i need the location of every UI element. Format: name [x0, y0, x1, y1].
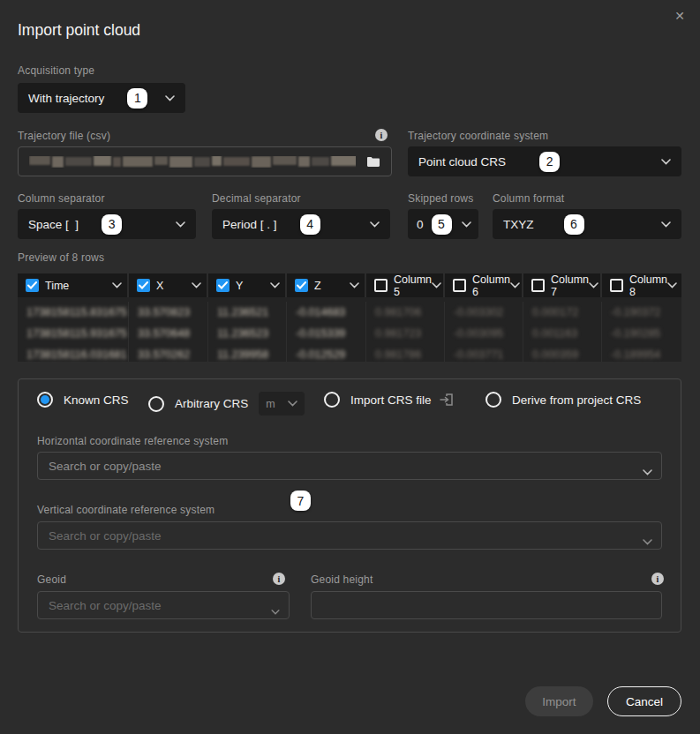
- preview-column-header[interactable]: Column 5: [366, 273, 445, 297]
- dialog-title: Import point cloud: [18, 21, 140, 40]
- preview-column-name: Column 8: [629, 273, 667, 298]
- crs-mode-radio-known-crs[interactable]: Known CRS: [37, 392, 129, 408]
- crs-mode-radio-group: Known CRSArbitrary CRSmImport CRS fileDe…: [18, 392, 681, 409]
- redacted-block: [29, 156, 50, 166]
- column-separator-select[interactable]: Space [ ] 3: [18, 209, 196, 239]
- close-icon[interactable]: ✕: [669, 5, 690, 26]
- column-format-select[interactable]: TXYZ 6: [493, 209, 681, 239]
- preview-column-name: Column 6: [472, 273, 510, 298]
- acquisition-type-label: Acquisition type: [18, 64, 94, 77]
- folder-icon[interactable]: [366, 156, 380, 168]
- skipped-rows-value: 0: [417, 218, 424, 231]
- preview-cell: -0.003095: [445, 323, 523, 344]
- preview-cell: 0.000172: [523, 302, 601, 323]
- preview-cell: -0.190372: [602, 302, 681, 323]
- chevron-down-icon[interactable]: [643, 463, 652, 479]
- trajectory-crs-value: Point cloud CRS: [418, 155, 506, 169]
- unchecked-checkbox-icon[interactable]: [453, 279, 466, 292]
- redacted-block: [154, 156, 168, 165]
- skipped-rows-select[interactable]: 0 5: [408, 209, 478, 239]
- trajectory-file-input[interactable]: [18, 146, 392, 176]
- crs-mode-label: Import CRS file: [350, 393, 432, 407]
- trajectory-crs-select[interactable]: Point cloud CRS 2: [408, 146, 681, 176]
- radio-unselected-icon[interactable]: [485, 392, 501, 408]
- redacted-block: [331, 156, 356, 167]
- info-icon[interactable]: i: [651, 573, 664, 585]
- horizontal-crs-input[interactable]: [37, 452, 662, 480]
- preview-column-header[interactable]: Y: [208, 273, 287, 297]
- preview-column-header[interactable]: Time: [18, 273, 129, 297]
- redacted-block: [194, 157, 210, 167]
- chevron-down-icon[interactable]: [589, 282, 598, 288]
- decimal-separator-select[interactable]: Period [ . ] 4: [212, 209, 390, 239]
- crs-mode-radio-derive-from-project-crs[interactable]: Derive from project CRS: [485, 392, 641, 408]
- preview-cell: 11.239958: [208, 344, 286, 365]
- geoid-input[interactable]: [37, 591, 290, 619]
- horizontal-crs-label: Horizontal coordinate reference system: [37, 435, 228, 447]
- unchecked-checkbox-icon[interactable]: [610, 279, 623, 292]
- preview-cell: -0.003302: [445, 302, 523, 323]
- cancel-button[interactable]: Cancel: [607, 686, 681, 716]
- preview-column-header[interactable]: Z: [287, 273, 366, 297]
- chevron-down-icon[interactable]: [667, 282, 677, 288]
- radio-selected-icon[interactable]: [37, 392, 53, 408]
- checked-checkbox-icon[interactable]: [216, 279, 230, 292]
- step-badge-5: 5: [432, 214, 452, 235]
- info-icon[interactable]: i: [375, 129, 388, 141]
- crs-mode-radio-import-crs-file[interactable]: Import CRS file: [324, 392, 454, 408]
- acquisition-type-select[interactable]: With trajectory 1: [18, 83, 185, 113]
- preview-column-name: Column 5: [394, 273, 432, 298]
- step-badge-1: 1: [127, 88, 147, 109]
- preview-column: 1738158115.8316751738158115.931675173815…: [18, 302, 129, 362]
- radio-unselected-icon[interactable]: [324, 392, 340, 408]
- preview-column: 33.57082333.57064833.570262: [129, 302, 208, 362]
- preview-cell: 11.236523: [208, 323, 286, 344]
- chevron-down-icon[interactable]: [432, 282, 441, 288]
- preview-column-header[interactable]: Column 6: [445, 273, 523, 297]
- chevron-down-icon[interactable]: [350, 282, 359, 288]
- preview-cell: 0.981706: [366, 302, 444, 323]
- crs-mode-radio-arbitrary-crs[interactable]: Arbitrary CRSm: [148, 392, 305, 416]
- chevron-down-icon[interactable]: [643, 533, 652, 549]
- preview-cell: 1738158115.831675: [18, 302, 128, 323]
- preview-column: -0.190372-0.190285-0.189954: [602, 302, 681, 362]
- redacted-block: [113, 157, 121, 167]
- chevron-down-icon[interactable]: [510, 282, 520, 288]
- preview-cell: 1738158116.031681: [18, 344, 128, 365]
- geoid-height-input[interactable]: [311, 591, 662, 619]
- checked-checkbox-icon[interactable]: [137, 279, 150, 292]
- geoid-height-label: Geoid height: [311, 573, 373, 586]
- preview-cell: 1738158115.931675: [18, 323, 128, 344]
- preview-column-name: Z: [314, 280, 321, 292]
- info-icon[interactable]: i: [273, 573, 285, 585]
- chevron-down-icon[interactable]: [270, 282, 280, 288]
- acquisition-type-value: With trajectory: [28, 92, 104, 105]
- crs-mode-label: Arbitrary CRS: [175, 397, 248, 410]
- unit-select[interactable]: m: [259, 392, 305, 416]
- checked-checkbox-icon[interactable]: [26, 279, 39, 292]
- preview-column-header[interactable]: Column 8: [602, 273, 681, 297]
- crs-mode-label: Known CRS: [64, 393, 129, 407]
- redacted-block: [212, 156, 222, 166]
- chevron-down-icon[interactable]: [271, 603, 280, 618]
- chevron-down-icon[interactable]: [192, 282, 201, 288]
- unchecked-checkbox-icon[interactable]: [374, 279, 388, 292]
- radio-unselected-icon[interactable]: [148, 396, 164, 412]
- import-button[interactable]: Import: [525, 686, 593, 716]
- chevron-down-icon: [176, 221, 185, 228]
- decimal-separator-label: Decimal separator: [212, 192, 301, 205]
- preview-cell: -0.003771: [445, 344, 523, 365]
- unchecked-checkbox-icon[interactable]: [531, 279, 545, 292]
- chevron-down-icon[interactable]: [112, 282, 122, 288]
- preview-column-header[interactable]: Column 7: [523, 273, 602, 297]
- preview-cell: 0.001163: [523, 323, 601, 344]
- checked-checkbox-icon[interactable]: [295, 279, 308, 292]
- preview-cell: -0.190285: [602, 323, 681, 344]
- vertical-crs-input[interactable]: [37, 521, 662, 550]
- step-badge-4: 4: [300, 214, 320, 235]
- preview-column-header[interactable]: X: [129, 273, 208, 297]
- step-badge-2: 2: [539, 152, 560, 172]
- preview-column-name: Time: [45, 280, 69, 292]
- chevron-down-icon: [661, 159, 671, 165]
- redacted-block: [223, 157, 250, 166]
